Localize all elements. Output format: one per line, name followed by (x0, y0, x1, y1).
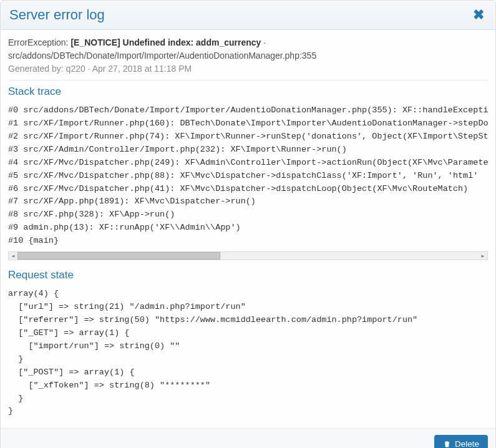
modal-body: ErrorException: [E_NOTICE] Undefined ind… (1, 30, 495, 428)
scroll-left-arrow-icon[interactable]: ◄ (9, 252, 17, 260)
error-type: [E_NOTICE] Undefined index: addm_currenc… (71, 37, 261, 47)
error-meta: Generated by: q220 · Apr 27, 2018 at 11:… (8, 64, 488, 74)
horizontal-scrollbar[interactable]: ◄ ► (8, 251, 488, 260)
scroll-right-arrow-icon[interactable]: ► (479, 252, 487, 260)
close-button[interactable]: ✖ (470, 7, 487, 23)
request-state-title: Request state (8, 269, 488, 281)
trash-icon (443, 440, 451, 448)
modal-footer: Delete (1, 428, 495, 448)
request-state-code: array(4) { ["url"] => string(21) "/admin… (8, 288, 488, 421)
server-error-log-modal: Server error log ✖ ErrorException: [E_NO… (0, 0, 496, 448)
error-summary: ErrorException: [E_NOTICE] Undefined ind… (8, 36, 488, 62)
scrollbar-track[interactable] (17, 252, 479, 260)
modal-title: Server error log (9, 7, 105, 23)
error-sep: · (261, 37, 266, 47)
stack-trace-code: #0 src/addons/DBTech/Donate/Import/Impor… (8, 104, 488, 250)
delete-button[interactable]: Delete (434, 435, 488, 448)
stack-trace-title: Stack trace (8, 85, 488, 98)
close-icon: ✖ (473, 7, 484, 22)
modal-header: Server error log ✖ (1, 1, 495, 30)
scrollbar-thumb[interactable] (17, 252, 220, 260)
error-path: src/addons/DBTech/Donate/Import/Importer… (8, 51, 316, 61)
delete-label: Delete (455, 439, 479, 448)
error-prefix: ErrorException: (8, 37, 71, 47)
divider (8, 80, 488, 80)
